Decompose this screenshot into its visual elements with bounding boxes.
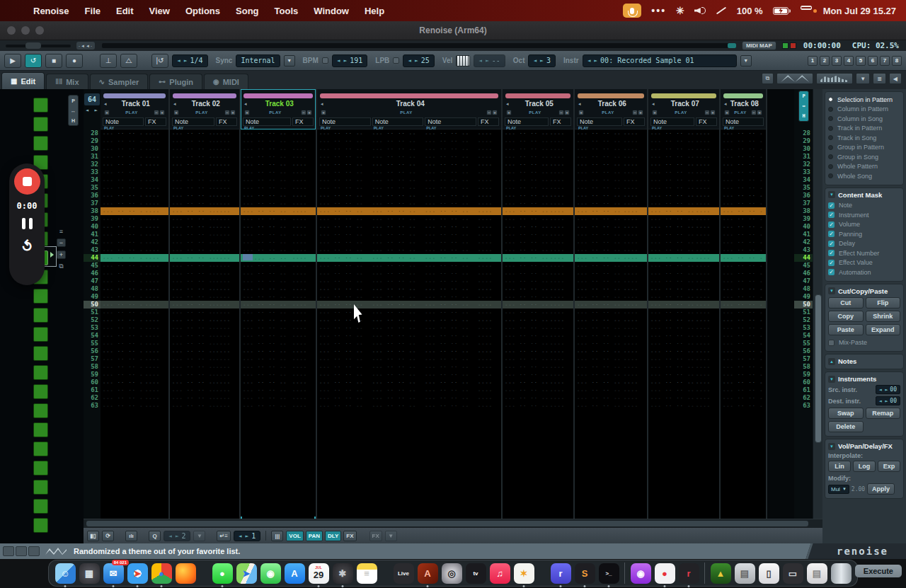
pattern-row[interactable]: --- ·· ·· ------ xyxy=(241,293,316,301)
add-column-button[interactable]: + xyxy=(173,110,179,115)
track-play-label[interactable]: PLAY xyxy=(250,110,301,115)
pattern-row[interactable]: --- ·· ·· ------ xyxy=(170,168,239,176)
pattern-row[interactable]: --- ·· ·· ------ xyxy=(575,223,647,231)
pattern-row[interactable]: --- ·· ·· ------ xyxy=(575,129,647,137)
pattern-row[interactable]: --- ·· ·· -- xyxy=(721,277,766,285)
pattern-row[interactable]: --- ·· ·· ------ xyxy=(503,153,573,161)
pattern-row[interactable]: --- ·· ·· ------ xyxy=(170,215,239,223)
sequencer-toggle-widget[interactable]: P↔H xyxy=(68,95,79,126)
dock-item-screensaver[interactable]: ✶ xyxy=(513,563,534,584)
pattern-row[interactable]: --- ·· ·· ------ xyxy=(170,347,239,355)
interpolate-button[interactable]: Lin xyxy=(828,461,851,472)
pattern-horizontal-scrollbar[interactable] xyxy=(84,519,822,527)
edit-action-button[interactable]: Flip xyxy=(866,297,901,309)
content-mask-option[interactable]: ✓ Delay xyxy=(828,239,900,249)
sequence-slot[interactable] xyxy=(33,365,48,380)
pattern-row[interactable]: --- ·· ·· ------ xyxy=(575,254,647,262)
dock-item-apple-tv[interactable]: tv xyxy=(465,563,486,584)
pattern-row[interactable]: --- ·· ·· ------ xyxy=(575,379,647,386)
preset-button[interactable]: 3 xyxy=(832,56,842,66)
pattern-row[interactable]: --- ·· ·· ----- ·· ·· ----- ·· ·· ------ xyxy=(317,371,501,379)
pattern-track[interactable]: ◂Track 02+PLAY−+NoteFXPLAY--- ·· ·· ----… xyxy=(170,89,241,527)
pattern-row[interactable]: --- ·· ·· ------ xyxy=(170,200,239,207)
dock-item-appstore[interactable]: A xyxy=(284,563,305,584)
pattern-row[interactable]: --- ·· ·· ------ xyxy=(170,285,239,293)
pattern-row[interactable]: --- ·· ·· ------ xyxy=(648,192,719,200)
view-tab[interactable]: ∿ Sampler xyxy=(90,74,149,89)
pattern-row[interactable]: --- ·· ·· -- xyxy=(721,246,766,254)
pattern-row[interactable]: --- ·· ·· ------ xyxy=(575,231,647,238)
pattern-row[interactable]: --- ·· ·· -- xyxy=(721,309,766,316)
block-loop-button[interactable]: |↺ xyxy=(151,54,168,68)
pattern-row[interactable]: --- ·· ·· ------ xyxy=(648,394,719,402)
add-column-button[interactable]: + xyxy=(578,110,584,115)
edit-step-stepper[interactable]: ◄ ►1 xyxy=(234,531,260,541)
pattern-row[interactable]: --- ·· ·· ------ xyxy=(648,363,719,371)
remove-column-button[interactable]: − xyxy=(154,110,159,115)
pattern-row[interactable]: --- ·· ·· ------ xyxy=(575,355,647,363)
dock-item-premiere-arrow[interactable]: A xyxy=(417,563,438,584)
pattern-row[interactable]: --- ·· ·· ------ xyxy=(503,137,573,145)
pattern-row[interactable]: --- ·· ·· ------ xyxy=(575,309,647,316)
pattern-track[interactable]: ◂Track 07+PLAY−+NoteFXPLAY--- ·· ·· ----… xyxy=(648,89,721,527)
pattern-row[interactable]: --- ·· ·· ------ xyxy=(241,316,316,324)
pattern-row[interactable]: --- ·· ·· ------ xyxy=(170,293,239,301)
pattern-row[interactable]: --- ·· ·· ------ xyxy=(241,277,316,285)
collapse-icon[interactable]: ▼ xyxy=(828,443,835,450)
pattern-row[interactable]: --- ·· ·· ------ xyxy=(648,184,719,192)
track-play-label[interactable]: PLAY xyxy=(584,110,632,115)
pattern-row[interactable]: --- ·· ·· ------ xyxy=(101,184,168,192)
pattern-row[interactable]: --- ·· ·· ----- ·· ·· ----- ·· ·· ------ xyxy=(317,262,501,270)
pattern-row[interactable]: --- ·· ·· -- xyxy=(721,301,766,309)
edit-action-button[interactable]: Shrink xyxy=(866,311,901,322)
selection-scope-option[interactable]: Whole Pattern xyxy=(828,162,900,172)
selection-scope-option[interactable]: Column in Pattern xyxy=(828,105,900,115)
note-column-header[interactable]: Note xyxy=(103,117,144,126)
selection-scope-option[interactable]: Selection in Pattern xyxy=(828,95,900,105)
pattern-row[interactable]: --- ·· ·· ------ xyxy=(241,153,316,161)
track-play-label[interactable]: PLAY xyxy=(512,110,558,115)
pattern-row[interactable]: --- ·· ·· ------ xyxy=(575,363,647,371)
pattern-row[interactable]: --- ·· ·· ------ xyxy=(170,137,239,145)
note-column-header[interactable]: Note xyxy=(650,117,694,126)
pattern-follow-button[interactable]: ⟳ xyxy=(102,531,114,541)
menu-options[interactable]: Options xyxy=(178,6,228,16)
sequence-slot[interactable] xyxy=(33,518,48,533)
pattern-row[interactable]: --- ·· ·· ----- ·· ·· ----- ·· ·· ------ xyxy=(317,277,501,285)
pattern-row[interactable]: --- ·· ·· ------ xyxy=(241,394,316,402)
pattern-track[interactable]: ◂Track 05+PLAY−+NoteFXPLAY--- ·· ·· ----… xyxy=(503,89,575,527)
dock-item-notes[interactable]: ≡ xyxy=(356,563,377,584)
pattern-row[interactable]: --- ·· ·· ------ xyxy=(648,340,719,347)
pattern-row[interactable]: --- ·· ·· ------ xyxy=(101,254,168,262)
track-color-bar[interactable] xyxy=(243,93,313,98)
pattern-row[interactable]: --- ·· ·· ------ xyxy=(101,145,168,153)
pattern-row[interactable]: --- ·· ·· ------ xyxy=(575,176,647,184)
add-column-button[interactable]: + xyxy=(652,110,658,115)
pattern-row[interactable]: --- ·· ·· ------ xyxy=(241,301,316,309)
delete-button[interactable]: Delete xyxy=(828,421,864,432)
pattern-row[interactable]: --- ·· ·· ------ xyxy=(575,402,647,410)
pattern-row[interactable]: --- ·· ·· ------ xyxy=(170,161,239,168)
selection-scope-option[interactable]: Group in Pattern xyxy=(828,143,900,153)
track-play-label[interactable]: PLAY xyxy=(730,110,751,115)
selection-scope-option[interactable]: Track in Pattern xyxy=(828,124,900,134)
pattern-row[interactable]: --- ·· ·· ------ xyxy=(503,129,573,137)
single-track-view-button[interactable]: ▮▯ xyxy=(87,531,99,541)
pattern-row[interactable]: --- ·· ·· ------ xyxy=(241,371,316,379)
pattern-row[interactable]: --- ·· ·· ------ xyxy=(170,301,239,309)
pattern-row[interactable]: --- ·· ·· ------ xyxy=(648,153,719,161)
pattern-row[interactable]: --- ·· ·· ----- ·· ·· ----- ·· ·· ------ xyxy=(317,129,501,137)
pattern-row[interactable]: --- ·· ·· ------ xyxy=(648,207,719,215)
pattern-row[interactable]: --- ·· ·· ------ xyxy=(170,145,239,153)
note-column-header[interactable]: Note xyxy=(372,117,424,126)
pattern-row[interactable]: --- ·· ·· ------ xyxy=(503,394,573,402)
pattern-row[interactable]: --- ·· ·· ------ xyxy=(575,316,647,324)
add-column-button[interactable]: + xyxy=(757,110,762,115)
fx-column-header[interactable]: FX xyxy=(624,117,645,126)
pattern-row[interactable]: --- ·· ·· ------ xyxy=(648,293,719,301)
remove-column-button[interactable]: − xyxy=(558,110,564,115)
dock-item-ableton-live[interactable]: Live xyxy=(393,563,414,584)
pattern-row[interactable]: --- ·· ·· ------ xyxy=(503,254,573,262)
collapse-icon[interactable]: ▼ xyxy=(828,191,835,198)
pattern-row[interactable]: --- ·· ·· ------ xyxy=(170,332,239,340)
